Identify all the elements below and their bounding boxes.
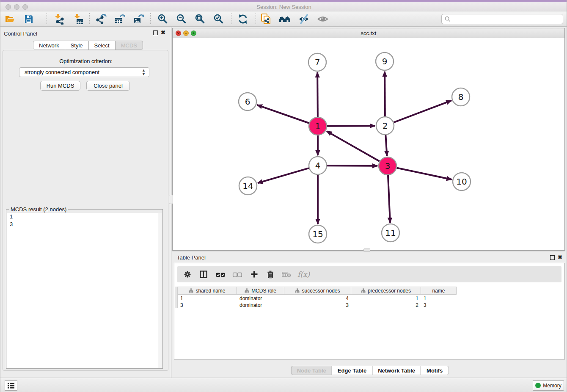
optimization-criterion-label: Optimization criterion: — [0, 58, 171, 64]
network-node-14[interactable]: 14 — [239, 177, 257, 195]
network-node-6[interactable]: 6 — [239, 93, 256, 110]
memory-button[interactable]: Memory — [533, 380, 564, 391]
clone-network-button[interactable] — [260, 13, 272, 25]
table-cell[interactable]: dominator — [237, 295, 284, 302]
table-settings-button[interactable] — [183, 268, 192, 280]
column-header-name[interactable]: name — [421, 287, 457, 294]
mcds-result-list[interactable]: 13 — [7, 213, 162, 368]
function-builder-button[interactable]: f(x) — [297, 268, 310, 280]
column-header-MCDS-role[interactable]: MCDS role — [237, 287, 284, 294]
plus-icon — [250, 270, 259, 279]
network-edge-3-10[interactable] — [397, 168, 452, 179]
select-all-button[interactable] — [215, 268, 226, 280]
network-edge-2-3[interactable] — [385, 135, 387, 156]
table-cell[interactable]: 3 — [284, 302, 351, 309]
network-edge-1-2[interactable] — [327, 126, 375, 126]
network-node-4[interactable]: 4 — [309, 157, 327, 174]
network-edge-1-7[interactable] — [317, 72, 318, 117]
table-cell[interactable]: 1 — [351, 295, 421, 302]
create-column-button[interactable] — [250, 268, 259, 280]
list-icon — [7, 382, 15, 389]
hide-panel-button[interactable] — [298, 13, 310, 25]
tab-style[interactable]: Style — [65, 41, 89, 50]
network-edge-1-6[interactable] — [257, 105, 309, 123]
import-network-button[interactable] — [53, 13, 65, 25]
network-node-7[interactable]: 7 — [308, 53, 326, 71]
session-title: Session: New Session — [0, 4, 567, 10]
table-cell[interactable]: 1 — [178, 295, 237, 302]
network-node-8[interactable]: 8 — [452, 88, 470, 106]
network-canvas[interactable]: 7968124314101511 — [173, 38, 564, 250]
network-node-15[interactable]: 15 — [309, 225, 327, 243]
image-export-icon — [133, 14, 144, 25]
tab-motifs[interactable]: Motifs — [421, 366, 449, 375]
new-network-button[interactable] — [95, 13, 107, 25]
criterion-select[interactable]: strongly connected component ▲▼ — [19, 67, 149, 77]
search-input[interactable] — [451, 15, 563, 23]
svg-text:14: 14 — [242, 181, 253, 191]
search-field[interactable] — [441, 14, 563, 24]
zoom-out-button[interactable] — [176, 13, 187, 25]
deselect-all-button[interactable] — [232, 268, 242, 280]
tab-edge-table[interactable]: Edge Table — [332, 366, 372, 375]
save-session-button[interactable] — [23, 13, 35, 25]
vertical-splitter-handle[interactable] — [169, 195, 173, 204]
network-edge-2-9[interactable] — [385, 72, 385, 116]
table-cell[interactable]: 3 — [421, 302, 457, 309]
table-cell[interactable]: 4 — [284, 295, 351, 302]
tab-network[interactable]: Network — [33, 41, 65, 50]
horizontal-splitter-handle[interactable] — [363, 248, 370, 252]
export-table-button[interactable] — [114, 13, 126, 25]
open-session-button[interactable] — [4, 13, 16, 25]
network-window-titlebar[interactable]: ✕ − + scc.txt — [173, 28, 564, 38]
close-table-panel-icon[interactable]: ✖ — [558, 254, 562, 260]
network-node-9[interactable]: 9 — [376, 52, 394, 70]
zoom-in-button[interactable] — [157, 13, 169, 25]
table-cell[interactable]: 1 — [421, 295, 457, 302]
memory-label: Memory — [543, 383, 561, 389]
column-header-successor-nodes[interactable]: successor nodes — [284, 287, 351, 294]
show-columns-button[interactable] — [199, 268, 208, 280]
run-mcds-button[interactable]: Run MCDS — [40, 81, 80, 91]
close-panel-button[interactable]: Close panel — [86, 81, 130, 91]
network-node-10[interactable]: 10 — [453, 173, 471, 190]
show-all-networks-button[interactable] — [279, 13, 291, 25]
network-edge-4-14[interactable] — [258, 168, 309, 183]
network-node-3[interactable]: 3 — [379, 157, 396, 175]
import-table-button[interactable] — [72, 13, 84, 25]
network-node-2[interactable]: 2 — [376, 117, 394, 135]
result-scrollbar[interactable] — [158, 213, 162, 368]
delete-column-button[interactable] — [266, 268, 275, 280]
tab-network-table[interactable]: Network Table — [372, 366, 421, 375]
table-cell[interactable]: dominator — [237, 302, 284, 309]
network-edge-4-3[interactable] — [327, 166, 377, 166]
float-panel-icon[interactable] — [153, 30, 158, 35]
column-header-shared-name[interactable]: shared name — [178, 287, 237, 294]
zoom-selected-button[interactable] — [213, 13, 225, 25]
tab-select[interactable]: Select — [89, 41, 116, 50]
table-cell[interactable]: 2 — [351, 302, 421, 309]
float-table-panel-icon[interactable] — [550, 255, 555, 260]
delete-table-button[interactable] — [281, 268, 292, 280]
mcds-result-item[interactable]: 3 — [7, 221, 162, 228]
table-row[interactable]: 1dominator411 — [178, 295, 457, 302]
table-cell[interactable]: 3 — [178, 302, 237, 309]
show-panel-button[interactable] — [317, 13, 329, 25]
network-edge-3-11[interactable] — [388, 175, 390, 223]
network-node-11[interactable]: 11 — [382, 224, 399, 242]
task-history-button[interactable] — [5, 380, 17, 391]
network-edge-3-1[interactable] — [327, 131, 380, 161]
mcds-result-item[interactable]: 1 — [7, 213, 162, 221]
apply-layout-button[interactable] — [237, 13, 249, 25]
table-row[interactable]: 3dominator323 — [178, 302, 457, 309]
network-edge-2-8[interactable] — [394, 101, 451, 123]
zoom-fit-button[interactable] — [194, 13, 206, 25]
control-panel: Control Panel ✖ Network Style Select MCD… — [0, 27, 171, 378]
close-panel-icon[interactable]: ✖ — [161, 30, 165, 36]
tab-node-table[interactable]: Node Table — [291, 366, 332, 375]
network-node-1[interactable]: 1 — [309, 117, 327, 135]
node-table-container: f(x) shared nameMCDS rolesuccessor nodes… — [174, 263, 565, 359]
column-header-predecessor-nodes[interactable]: predecessor nodes — [351, 287, 421, 294]
tab-mcds[interactable]: MCDS — [116, 41, 143, 50]
export-image-button[interactable] — [132, 13, 144, 25]
